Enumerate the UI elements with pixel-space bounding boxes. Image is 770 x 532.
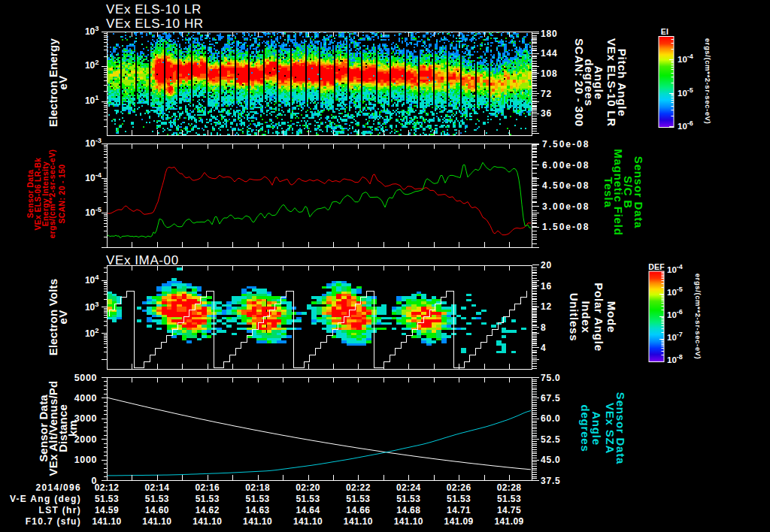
svg-text:141.10: 141.10 [243,516,272,527]
svg-text:67.5: 67.5 [541,393,561,404]
svg-text:ergs/(cm**2-sr-sec-eV): ergs/(cm**2-sr-sec-eV) [47,150,56,239]
svg-text:degrees: degrees [579,404,592,452]
svg-text:7.50e-08: 7.50e-08 [542,139,590,150]
svg-text:14.62: 14.62 [196,505,220,515]
svg-text:SCAN: 20 - 150: SCAN: 20 - 150 [57,165,66,224]
svg-text:3.00e-08: 3.00e-08 [542,201,590,212]
svg-text:VEx ELS-10 LR: VEx ELS-10 LR [106,2,202,17]
svg-text:14.68: 14.68 [396,505,420,515]
svg-text:51.53: 51.53 [396,494,420,504]
svg-text:Angle: Angle [593,65,605,100]
svg-text:14.71: 14.71 [447,505,471,515]
svg-text:eV: eV [56,76,69,90]
svg-text:51.53: 51.53 [95,494,119,504]
svg-text:51.53: 51.53 [346,494,370,504]
svg-text:12: 12 [541,301,552,312]
svg-text:Sensor Data: Sensor Data [614,392,627,464]
svg-text:02:18: 02:18 [245,482,270,493]
svg-text:72: 72 [541,89,552,99]
svg-text:02:28: 02:28 [497,482,522,493]
svg-text:141.10: 141.10 [142,516,171,527]
svg-text:4.50e-08: 4.50e-08 [542,180,590,191]
svg-text:14.75: 14.75 [497,505,521,515]
svg-text:141.10: 141.10 [293,516,323,527]
svg-text:Sensor Data: Sensor Data [632,156,645,228]
svg-text:14.60: 14.60 [145,505,169,515]
svg-text:14.64: 14.64 [296,505,320,515]
svg-text:ergs/(cm**2-sr-sec-eV): ergs/(cm**2-sr-sec-eV) [704,38,712,125]
svg-text:51.53: 51.53 [196,494,220,504]
svg-text:141.10: 141.10 [344,516,373,527]
svg-text:02:12: 02:12 [95,482,120,493]
svg-text:ergs/(cm**2-sr-sec-eV): ergs/(cm**2-sr-sec-eV) [694,274,702,360]
svg-text:45.0: 45.0 [541,455,561,465]
svg-text:108: 108 [541,68,557,79]
svg-text:60.0: 60.0 [541,413,561,424]
svg-text:141.09: 141.09 [444,516,474,527]
svg-text:02:20: 02:20 [296,482,320,493]
svg-text:144: 144 [541,48,557,59]
svg-text:DEF: DEF [648,262,665,271]
svg-text:Polar Angle: Polar Angle [593,283,605,352]
svg-text:Index: Index [580,301,593,333]
svg-text:5000: 5000 [74,373,97,383]
svg-text:51.53: 51.53 [246,494,270,504]
svg-text:VEx IMA-00: VEx IMA-00 [106,253,179,268]
svg-text:141.10: 141.10 [92,516,121,527]
svg-text:1.50e-08: 1.50e-08 [542,222,590,232]
svg-text:F10.7 (sfu): F10.7 (sfu) [26,516,81,527]
svg-text:km: km [66,420,79,437]
svg-text:8: 8 [541,322,546,333]
svg-text:141.09: 141.09 [494,516,523,527]
svg-text:4000: 4000 [74,393,97,404]
svg-text:Angle: Angle [590,411,603,446]
svg-text:6.00e-08: 6.00e-08 [542,160,590,171]
svg-text:eV: eV [56,310,69,325]
svg-text:Unitless: Unitless [568,293,581,342]
svg-text:36: 36 [541,108,552,119]
svg-text:75.0: 75.0 [541,373,561,383]
svg-text:51.53: 51.53 [497,494,521,504]
svg-text:02:16: 02:16 [195,482,220,493]
svg-text:02:22: 02:22 [346,482,371,493]
svg-text:V-E Ang (deg): V-E Ang (deg) [10,494,81,504]
svg-text:51.53: 51.53 [145,494,169,504]
svg-text:2014/096: 2014/096 [36,482,81,493]
svg-text:14.63: 14.63 [246,505,270,515]
svg-text:141.10: 141.10 [394,516,423,527]
svg-text:Pitch Angle: Pitch Angle [616,49,629,117]
svg-text:LST (hr): LST (hr) [39,505,81,515]
svg-text:52.5: 52.5 [541,434,561,445]
svg-text:37.5: 37.5 [541,476,561,486]
svg-text:16: 16 [541,281,552,292]
svg-text:1000: 1000 [74,455,97,465]
svg-text:14.59: 14.59 [95,505,119,515]
svg-text:VEx ELS-10 HR: VEx ELS-10 HR [106,17,204,31]
svg-text:51.53: 51.53 [447,494,471,504]
svg-text:14.66: 14.66 [346,505,370,515]
svg-text:141.10: 141.10 [192,516,222,527]
svg-text:02:26: 02:26 [447,482,471,493]
svg-text:180: 180 [541,29,557,39]
svg-text:51.53: 51.53 [296,494,320,504]
svg-text:02:14: 02:14 [145,482,170,493]
svg-text:4: 4 [541,343,546,353]
svg-text:20: 20 [541,260,552,271]
svg-text:02:24: 02:24 [396,482,421,493]
svg-text:EI: EI [661,27,668,36]
svg-text:Mode: Mode [605,301,618,333]
